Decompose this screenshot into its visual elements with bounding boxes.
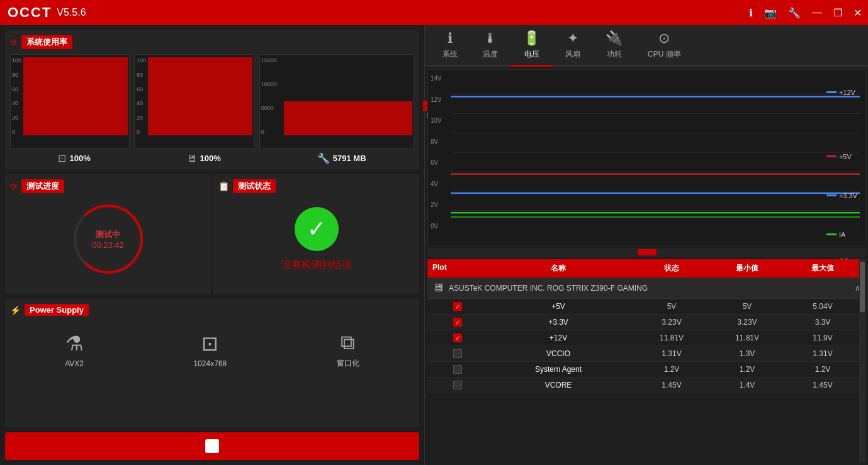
vram-chart-area — [284, 101, 412, 135]
avx2-label: AVX2 — [65, 359, 84, 368]
avx2-button[interactable]: ⚗ AVX2 — [65, 332, 84, 368]
table-scrollbar[interactable] — [859, 259, 865, 462]
svg-rect-17 — [826, 233, 837, 235]
tab-temperature[interactable]: 🌡 温度 — [470, 25, 510, 67]
ram-chart-area — [148, 57, 252, 135]
legend-5v: +5V — [826, 153, 857, 160]
row-min-2: 11.81V — [709, 333, 785, 342]
ram-value: 100% — [200, 154, 221, 163]
row-name-4: System Agent — [483, 365, 634, 374]
vram-stat: 🔧 5791 MB — [317, 152, 366, 164]
test-status-header: 📋 测试状态 — [218, 179, 414, 193]
progress-text: 测试中 00:23:42 — [92, 229, 124, 250]
restore-button[interactable]: ❐ — [833, 7, 842, 19]
row-check-0[interactable]: ✓ — [432, 302, 483, 311]
y-label-8: 8V — [431, 138, 442, 145]
y-label-6: 6V — [431, 159, 442, 166]
power-supply-section: ⚡ Power Supply ⚗ AVX2 ⊡ 1024x768 ⧉ 窗口化 — [5, 299, 419, 427]
y-label-0: 0V — [431, 223, 442, 230]
table-row: VCORE 1.45V 1.4V 1.45V — [427, 378, 865, 393]
legend-ia-label: IA — [839, 231, 845, 238]
row-min-5: 1.4V — [709, 381, 785, 389]
tab-system[interactable]: ℹ 系统 — [430, 25, 470, 67]
test-row: ⟳ 测试进度 测试中 00:23:42 📋 测试状态 — [5, 174, 419, 294]
camera-icon[interactable]: 📷 — [764, 7, 777, 19]
table-row: ✓ +3.3V 3.23V 3.23V 3.3V — [427, 315, 865, 330]
tab-voltage[interactable]: 🔋 电压 — [510, 25, 553, 67]
row-check-1[interactable]: ✓ — [432, 318, 483, 327]
stop-button[interactable] — [5, 432, 419, 460]
row-name-3: VCCIO — [483, 349, 634, 358]
chart-scrollbar[interactable] — [427, 248, 865, 257]
tab-power-label: 功耗 — [607, 49, 622, 60]
row-min-1: 3.23V — [709, 318, 785, 327]
scrollbar-thumb[interactable] — [638, 249, 657, 255]
cpu-chart-area — [23, 57, 128, 135]
power-supply-title: Power Supply — [25, 304, 89, 316]
row-min-3: 1.3V — [709, 349, 785, 358]
y-label-10: 10V — [431, 117, 442, 124]
stop-icon — [205, 439, 219, 453]
col-plot: Plot — [432, 263, 483, 274]
test-progress-title: 测试进度 — [21, 179, 64, 193]
row-max-2: 11.9V — [785, 333, 860, 342]
row-max-0: 5.04V — [785, 302, 860, 311]
settings-icon[interactable]: 🔧 — [788, 7, 801, 19]
tab-power-icon: 🔌 — [606, 30, 623, 47]
ram-y-labels: 100806040200 — [137, 57, 146, 135]
legend-33v: +3.3V — [826, 192, 857, 199]
vram-chart: 150001000050000 — [259, 54, 414, 148]
col-max: 最大值 — [785, 263, 860, 274]
data-table: Plot 名称 状态 最小值 最大值 🖥 ASUSTeK COMPUTER IN… — [427, 259, 865, 462]
vram-value: 5791 MB — [333, 154, 366, 163]
row-check-5[interactable] — [432, 381, 483, 389]
tab-bar: ℹ 系统 🌡 温度 🔋 电压 ✦ 风扇 🔌 功耗 ⊙ CPU 频率 — [425, 25, 868, 67]
table-header: Plot 名称 状态 最小值 最大值 — [427, 259, 865, 277]
windowed-button[interactable]: ⧉ 窗口化 — [337, 331, 359, 369]
y-label-2: 2V — [431, 201, 442, 208]
tab-fan[interactable]: ✦ 风扇 — [553, 25, 593, 67]
tab-fan-icon: ✦ — [567, 30, 578, 47]
row-max-1: 3.3V — [785, 318, 860, 327]
tab-system-label: 系统 — [442, 49, 458, 60]
charts-row: 100806040200 100806040200 15000100005000… — [10, 54, 414, 148]
avx2-icon: ⚗ — [65, 332, 84, 356]
test-status-section: 📋 测试状态 ✓ 没有检测到错误 — [213, 174, 419, 294]
progress-circle: 测试中 00:23:42 — [74, 204, 143, 274]
resolution-icon: ⊡ — [201, 332, 218, 356]
svg-rect-15 — [826, 155, 837, 157]
row-status-4: 1.2V — [634, 365, 709, 374]
table-scroll-thumb — [860, 262, 865, 312]
close-button[interactable]: ✕ — [854, 7, 862, 19]
system-usage-header: ⟳ 系统使用率 — [10, 35, 414, 49]
row-check-4[interactable] — [432, 365, 483, 374]
voltage-chart-svg — [451, 75, 860, 230]
tab-cpu-label: CPU 频率 — [648, 49, 681, 60]
system-usage-title: 系统使用率 — [21, 35, 72, 49]
svg-rect-16 — [826, 194, 837, 196]
row-check-2[interactable]: ✓ — [432, 333, 483, 342]
resolution-button[interactable]: ⊡ 1024x768 — [194, 332, 227, 368]
vram-icon: 🔧 — [317, 152, 330, 164]
vram-y-labels: 150001000050000 — [261, 57, 277, 135]
row-check-3[interactable] — [432, 349, 483, 358]
row-min-4: 1.2V — [709, 365, 785, 374]
cpu-value: 100% — [69, 154, 90, 163]
stats-row: ⊡ 100% 🖥 100% 🔧 5791 MB — [10, 152, 414, 164]
system-usage-icon: ⟳ — [10, 37, 18, 47]
legend-12v-label: +12V — [839, 89, 855, 96]
test-progress-section: ⟳ 测试进度 测试中 00:23:42 — [5, 174, 211, 294]
chart-legend: +12V +5V +3.3V IA GPu — [826, 89, 857, 265]
col-min: 最小值 — [709, 263, 785, 274]
row-max-3: 1.31V — [785, 349, 860, 358]
info-icon[interactable]: ℹ — [749, 7, 753, 19]
minimize-button[interactable]: — — [812, 7, 822, 18]
tab-power[interactable]: 🔌 功耗 — [593, 25, 635, 67]
tab-temp-icon: 🌡 — [483, 30, 497, 47]
row-name-2: +12V — [483, 333, 634, 342]
status-message: 没有检测到错误 — [281, 259, 352, 272]
table-row: ✓ +5V 5V 5V 5.04V — [427, 299, 865, 315]
voltage-y-labels: 14V 12V 10V 8V 6V 4V 2V 0V — [431, 75, 442, 230]
voltage-chart: 14V 12V 10V 8V 6V 4V 2V 0V — [427, 69, 865, 245]
tab-cpu-freq[interactable]: ⊙ CPU 频率 — [635, 25, 694, 67]
